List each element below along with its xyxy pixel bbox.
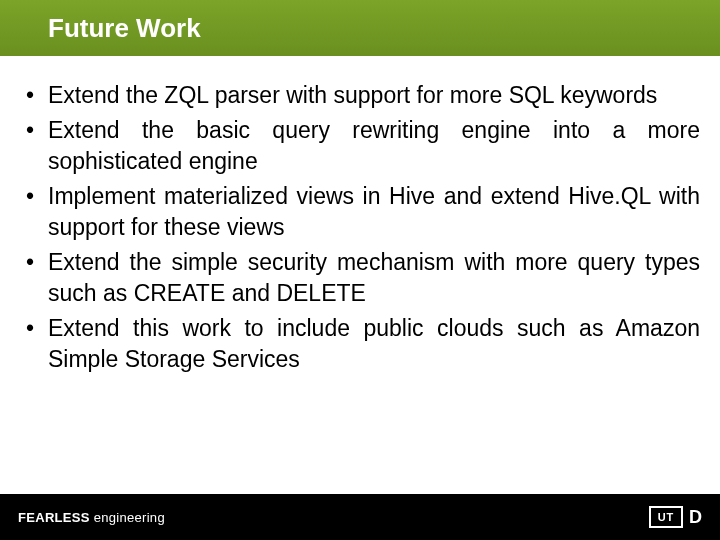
bullet-list: Extend the ZQL parser with support for m…	[20, 80, 700, 375]
list-item: Implement materialized views in Hive and…	[20, 181, 700, 243]
brand-bold: FEARLESS	[18, 510, 90, 525]
list-item: Extend the simple security mechanism wit…	[20, 247, 700, 309]
list-item: Extend this work to include public cloud…	[20, 313, 700, 375]
slide-title: Future Work	[48, 13, 201, 44]
utd-logo: UT D	[649, 506, 702, 528]
slide-body: Extend the ZQL parser with support for m…	[0, 56, 720, 375]
title-bar: Future Work	[0, 0, 720, 56]
list-item: Extend the ZQL parser with support for m…	[20, 80, 700, 111]
brand-light: engineering	[90, 510, 165, 525]
footer-brand: FEARLESS engineering	[18, 510, 165, 525]
logo-box: UT	[649, 506, 683, 528]
footer-bar: FEARLESS engineering UT D	[0, 494, 720, 540]
logo-d: D	[689, 507, 702, 528]
list-item: Extend the basic query rewriting engine …	[20, 115, 700, 177]
